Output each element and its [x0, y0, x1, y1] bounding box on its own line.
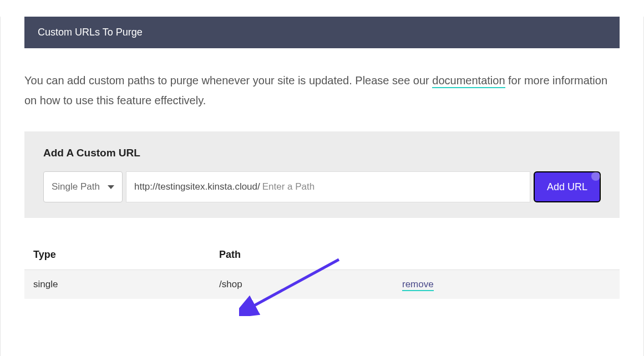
section-header: Custom URLs To Purge — [24, 17, 620, 48]
cell-action: remove — [402, 279, 611, 290]
form-row: Single Path http://testingsitex.kinsta.c… — [43, 171, 601, 202]
remove-link[interactable]: remove — [402, 279, 434, 291]
form-title: Add A Custom URL — [43, 147, 601, 159]
url-prefix: http://testingsitex.kinsta.cloud/ — [134, 181, 260, 192]
cell-path: /shop — [219, 279, 402, 290]
content-area: Custom URLs To Purge You can add custom … — [1, 17, 643, 299]
table-header-row: Type Path — [24, 240, 620, 270]
column-header-type: Type — [33, 249, 219, 261]
description-text-before: You can add custom paths to purge whenev… — [24, 74, 432, 87]
chevron-down-icon — [108, 185, 114, 189]
documentation-link[interactable]: documentation — [432, 74, 505, 88]
url-input-container[interactable]: http://testingsitex.kinsta.cloud/ — [126, 171, 530, 202]
url-table: Type Path single /shop remove — [24, 240, 620, 299]
column-header-path: Path — [219, 249, 402, 261]
section-title: Custom URLs To Purge — [38, 27, 143, 38]
cell-type: single — [33, 279, 219, 290]
add-url-form: Add A Custom URL Single Path http://test… — [24, 131, 620, 218]
settings-panel: Custom URLs To Purge You can add custom … — [0, 17, 644, 356]
path-type-selected-label: Single Path — [52, 181, 100, 192]
url-path-input[interactable] — [260, 181, 522, 192]
path-type-select[interactable]: Single Path — [43, 171, 123, 202]
table-row: single /shop remove — [24, 270, 620, 299]
add-url-button[interactable]: Add URL — [534, 171, 601, 202]
section-description: You can add custom paths to purge whenev… — [24, 70, 620, 110]
